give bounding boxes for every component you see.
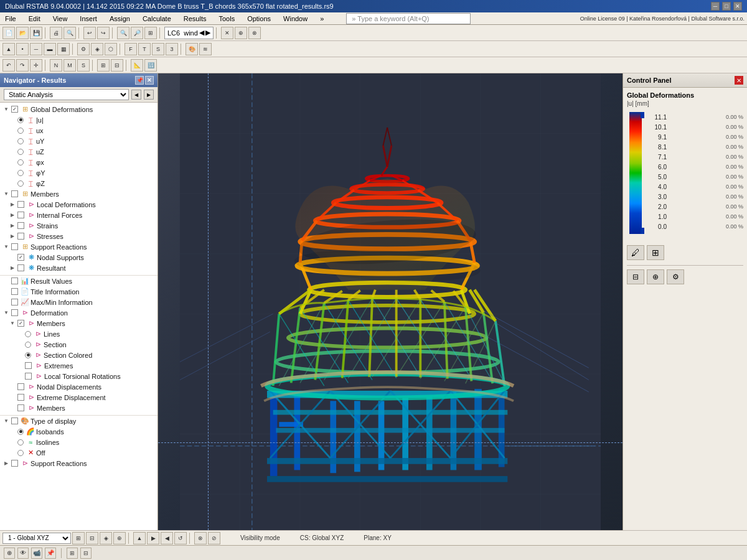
tree-item-section[interactable]: ⊳ Section — [0, 339, 157, 350]
sb-icon1[interactable]: ⊕ — [4, 548, 15, 559]
check-local-torsional[interactable] — [25, 373, 32, 380]
tree-item-support-reactions[interactable]: ▼ ⊞ Support Reactions — [0, 241, 157, 252]
bt-btn5[interactable]: ▲ — [133, 532, 146, 544]
check-type-display[interactable] — [11, 418, 18, 424]
check-def-members2[interactable] — [17, 404, 24, 411]
check-extreme-displ[interactable] — [17, 394, 24, 401]
tree-item-result-values[interactable]: 📊 Result Values — [0, 276, 157, 286]
cp-edit-legend[interactable]: 🖊 — [627, 245, 644, 260]
select-node[interactable]: • — [16, 43, 29, 55]
radio-off[interactable] — [17, 450, 24, 456]
display-settings[interactable]: ⚙ — [77, 43, 90, 55]
view-top[interactable]: T — [138, 43, 151, 55]
snap-grid[interactable]: ⊞ — [97, 59, 110, 72]
menu-results[interactable]: Results — [181, 14, 209, 23]
check-internal-forces[interactable] — [17, 212, 24, 218]
radio-phiz[interactable] — [17, 180, 24, 187]
tree-item-section-colored[interactable]: ⊳ Section Colored — [0, 350, 157, 360]
menu-tools[interactable]: Tools — [216, 14, 237, 23]
tree-item-uz[interactable]: ⌶ uZ — [0, 146, 157, 157]
analysis-dropdown[interactable]: Static Analysis — [4, 89, 129, 100]
nav-next-arrow[interactable]: ▶ — [144, 90, 154, 100]
check-maxmin[interactable] — [11, 299, 18, 306]
model-canvas[interactable] — [158, 73, 622, 530]
lc-next[interactable]: ▶ — [205, 29, 210, 37]
bt-btn7[interactable]: ◀ — [161, 532, 173, 544]
bt-btn9[interactable]: ⊗ — [194, 532, 207, 544]
check-members[interactable] — [11, 190, 18, 197]
lc-selector[interactable]: LC6 wind ◀ ▶ — [164, 27, 214, 39]
toolbar-btn-8[interactable]: ⊗ — [248, 27, 261, 39]
radio-ux[interactable] — [17, 128, 24, 134]
radio-lines[interactable] — [25, 331, 31, 337]
close-button[interactable]: ✕ — [733, 2, 742, 11]
wire-frame[interactable]: ⬡ — [105, 43, 117, 55]
color-scale[interactable]: 🎨 — [186, 43, 198, 55]
check-nodal-supports[interactable] — [17, 254, 24, 261]
cp-diagram-icon[interactable]: ⊕ — [647, 269, 664, 284]
expand-def-members[interactable]: ▼ — [9, 320, 16, 327]
toolbar-btn-7[interactable]: ⊕ — [235, 27, 247, 39]
pin-button[interactable]: 📌 — [135, 76, 144, 85]
select-surface[interactable]: ▦ — [57, 43, 70, 55]
view-3d[interactable]: 3 — [166, 43, 178, 55]
surface-label[interactable]: S — [77, 59, 90, 72]
menu-more[interactable]: » — [317, 14, 326, 23]
new-button[interactable]: 📄 — [2, 27, 15, 39]
radio-phiy[interactable] — [17, 170, 24, 176]
check-local-def[interactable] — [17, 201, 24, 208]
print-button[interactable]: 🖨 — [50, 27, 62, 39]
member-label[interactable]: M — [63, 59, 76, 72]
tree-item-members[interactable]: ▼ ⊞ Members — [0, 189, 157, 199]
expand-type-display[interactable]: ▼ — [2, 418, 10, 425]
tree-item-uy[interactable]: ⌶ uY — [0, 136, 157, 146]
sb-icon4[interactable]: 📌 — [45, 548, 56, 559]
check-extremes[interactable] — [25, 362, 32, 369]
move-btn[interactable]: ✛ — [30, 59, 42, 72]
tree-item-def-members[interactable]: ▼ ⊳ Members — [0, 318, 157, 329]
check-deformation[interactable] — [11, 309, 18, 316]
check-support2[interactable] — [11, 460, 18, 467]
radio-isobands[interactable] — [17, 429, 24, 435]
view-side[interactable]: S — [152, 43, 164, 55]
tree-item-strains[interactable]: ▶ ⊳ Strains — [0, 220, 157, 231]
expand-deformation[interactable]: ▼ — [2, 309, 10, 317]
tree-item-phiy[interactable]: ⌶ φY — [0, 167, 157, 178]
viewport[interactable] — [158, 73, 622, 530]
save-button[interactable]: 💾 — [30, 27, 42, 39]
sb-icon2[interactable]: 👁 — [17, 548, 29, 559]
zoom-in[interactable]: 🔍 — [117, 27, 129, 39]
tree-item-phix[interactable]: ⌶ φx — [0, 157, 157, 167]
radio-u-abs[interactable] — [17, 117, 24, 123]
menu-edit[interactable]: Edit — [26, 14, 43, 23]
zoom-out[interactable]: 🔎 — [131, 27, 143, 39]
minimize-button[interactable]: ─ — [711, 2, 720, 11]
radio-uy[interactable] — [17, 138, 24, 144]
expand-support[interactable]: ▼ — [2, 243, 10, 251]
menu-window[interactable]: Window — [281, 14, 310, 23]
expand-global-def[interactable]: ▼ — [2, 106, 10, 113]
cp-settings-icon[interactable]: ⚙ — [667, 269, 684, 284]
print-preview[interactable]: 🔍 — [63, 27, 76, 39]
check-def-members[interactable] — [17, 320, 24, 327]
view-front[interactable]: F — [125, 43, 137, 55]
select-member[interactable]: ▬ — [44, 43, 56, 55]
menu-insert[interactable]: Insert — [77, 14, 100, 23]
radio-phix[interactable] — [17, 159, 24, 166]
tree-item-stresses[interactable]: ▶ ⊳ Stresses — [0, 231, 157, 241]
bt-btn2[interactable]: ⊟ — [86, 532, 98, 544]
tree-item-local-def[interactable]: ▶ ⊳ Local Deformations — [0, 199, 157, 210]
bt-btn10[interactable]: ⊘ — [208, 532, 220, 544]
tree-item-isolines[interactable]: ≈ Isolines — [0, 437, 157, 447]
tree-item-support-reactions2[interactable]: ▶ ⊳ Support Reactions — [0, 458, 157, 469]
undo-button[interactable]: ↩ — [83, 27, 96, 39]
tree-item-global-deformations[interactable]: ▼ ⊞ Global Deformations — [0, 104, 157, 114]
check-title-info[interactable] — [11, 288, 18, 295]
menu-calculate[interactable]: Calculate — [140, 14, 174, 23]
sb-more2[interactable]: ⊟ — [80, 548, 92, 559]
check-global-def[interactable] — [11, 106, 18, 113]
bt-btn8[interactable]: ↺ — [174, 532, 187, 544]
redo-button[interactable]: ↪ — [97, 27, 110, 39]
tree-item-extreme-displ[interactable]: ⊳ Extreme Displacement — [0, 392, 157, 403]
zoom-fit[interactable]: ⊞ — [144, 27, 157, 39]
